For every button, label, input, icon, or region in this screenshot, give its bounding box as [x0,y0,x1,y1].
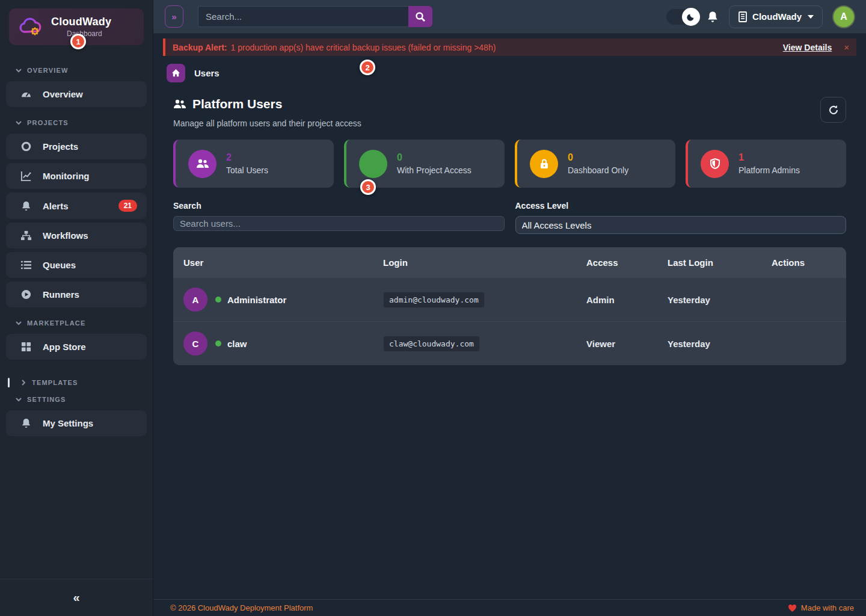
sidebar-collapse-button[interactable]: « [73,591,79,605]
topbar: » CloudWady A [153,0,866,34]
user-name: Administrator [227,295,286,305]
sitemap-icon [20,230,32,241]
search-filter-label: Search [173,201,505,211]
caret-down-icon [808,15,814,19]
section-marketplace[interactable]: MARKETPLACE [0,316,153,330]
users-icon [173,99,186,109]
col-header-login: Login [373,257,576,268]
org-selector-dropdown[interactable]: CloudWady [729,5,823,28]
avatar: C [183,331,207,356]
annotation-marker-2: 2 [360,60,375,75]
access-level-label: Access Level [515,201,847,211]
stat-value: 2 [226,152,268,163]
lock-icon [530,150,558,178]
sidebar-item-alerts[interactable]: Alerts 21 [6,192,147,219]
sidebar-expand-button[interactable]: » [165,5,183,28]
home-icon [171,69,180,78]
breadcrumb-current: Users [194,68,220,78]
annotation-marker-1: 1 [70,34,86,49]
table-row[interactable]: C claw claw@cloudwady.com Viewer Yesterd… [173,321,846,365]
bell-icon [20,200,32,212]
ring-icon [20,141,32,152]
stat-label: Total Users [226,165,268,175]
bell-icon [20,417,32,429]
breadcrumb: Users [167,63,846,82]
page-subtitle: Manage all platform users and their proj… [173,119,361,128]
gauge-icon [20,88,32,100]
breadcrumb-home-button[interactable] [167,64,185,82]
stat-cards: 2 Total Users 0 With Project Access 0 Da… [167,140,846,188]
sidebar-item-app-store[interactable]: App Store [6,334,147,360]
alert-message: 1 production app(s) have critical backup… [231,43,496,52]
users-icon [188,150,216,178]
sidebar-item-overview[interactable]: Overview [6,81,147,107]
user-search-input[interactable] [173,216,505,231]
search-button[interactable] [408,6,432,27]
chevron-right-icon [20,380,26,386]
col-header-access: Access [576,257,657,268]
content: Users Platform Users Manage all platform… [153,56,866,599]
global-search-input[interactable] [198,6,408,27]
col-header-user: User [173,257,373,268]
sidebar-nav: OVERVIEW Overview PROJECTS Projects Moni… [0,49,153,579]
sidebar: CloudWady Dashboard OVERVIEW Overview PR… [0,0,153,616]
sidebar-item-runners[interactable]: Runners [6,282,147,307]
sidebar-item-monitoring[interactable]: Monitoring [6,163,147,189]
heart-icon [788,604,797,612]
access-level: Admin [576,295,657,305]
page-title: Platform Users [173,97,361,111]
chart-line-icon [20,170,32,182]
last-login: Yesterday [657,295,761,305]
shield-icon [701,150,729,178]
sidebar-item-projects[interactable]: Projects [6,134,147,159]
user-avatar[interactable]: A [832,5,855,28]
backup-alert-banner: Backup Alert: 1 production app(s) have c… [163,38,856,56]
stat-value: 0 [397,152,471,163]
alert-title: Backup Alert: [173,43,227,52]
users-table: User Login Access Last Login Actions A A… [173,247,846,365]
last-login: Yesterday [657,339,761,349]
access-level: Viewer [576,339,657,349]
theme-toggle[interactable] [666,9,696,25]
table-row[interactable]: A Administrator admin@cloudwady.com Admi… [173,277,846,321]
refresh-icon [828,105,839,116]
table-header-row: User Login Access Last Login Actions [173,247,846,277]
section-settings[interactable]: SETTINGS [0,392,153,407]
stat-card-platform-admins: 1 Platform Admins [686,140,846,188]
search-icon [415,11,426,22]
login-email: claw@cloudwady.com [383,336,480,352]
alerts-count-badge: 21 [118,200,137,212]
section-projects[interactable]: PROJECTS [0,116,153,130]
footer: © 2026 CloudWady Deployment Platform Mad… [153,599,866,616]
chevron-down-icon [16,120,22,126]
stat-value: 1 [739,152,800,163]
section-templates[interactable]: TEMPLATES [0,375,153,390]
chevron-down-icon [16,320,22,326]
stat-label: Platform Admins [739,165,800,175]
col-header-last-login: Last Login [657,257,761,268]
alert-close-icon[interactable]: × [844,42,849,52]
user-name: claw [227,339,247,349]
sidebar-item-queues[interactable]: Queues [6,252,147,278]
stat-label: With Project Access [397,165,471,175]
annotation-marker-3: 3 [360,179,376,195]
status-dot [215,297,221,303]
section-overview[interactable]: OVERVIEW [0,63,153,78]
access-level-select[interactable]: All Access Levels [515,216,847,234]
stat-card-total-users: 2 Total Users [173,140,334,188]
login-email: admin@cloudwady.com [383,292,485,308]
sidebar-item-workflows[interactable]: Workflows [6,223,147,248]
copyright-text: © 2026 CloudWady Deployment Platform [170,603,313,612]
cloud-gear-icon [17,16,44,38]
chevron-down-icon [16,396,22,402]
refresh-button[interactable] [820,97,846,123]
chevron-down-icon [16,67,22,73]
notifications-bell-icon[interactable] [706,10,719,23]
view-details-link[interactable]: View Details [783,43,832,52]
stat-value: 0 [568,152,628,163]
moon-icon [687,12,696,21]
sidebar-item-my-settings[interactable]: My Settings [6,410,147,436]
col-header-actions: Actions [761,257,846,268]
stat-label: Dashboard Only [568,165,628,175]
main-area: » CloudWady A Backup Alert: [153,0,866,616]
